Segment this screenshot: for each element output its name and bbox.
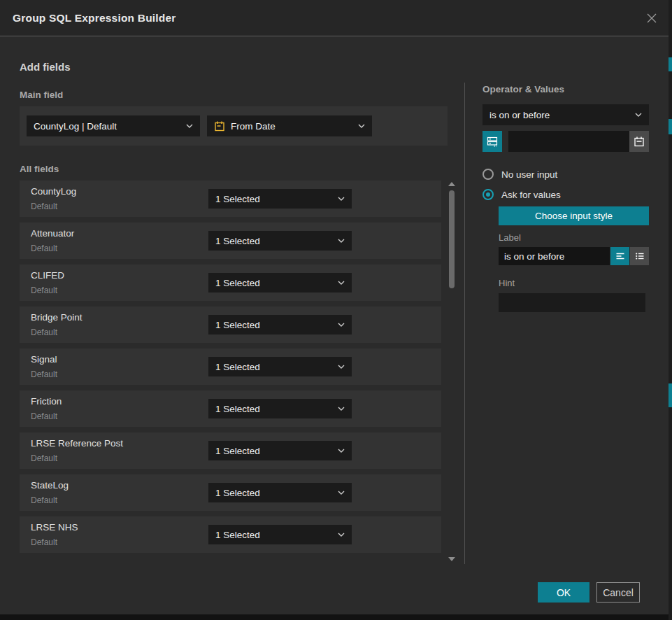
field-name: Bridge Point — [31, 312, 83, 323]
field-row: Signal Default 1 Selected — [20, 348, 441, 385]
main-field-heading: Main field — [20, 90, 63, 100]
field-name: Signal — [31, 354, 57, 365]
field-sublabel: Default — [31, 202, 57, 211]
chevron-down-icon — [338, 197, 345, 201]
scroll-up-arrow-icon[interactable] — [448, 182, 455, 186]
field-sublabel: Default — [31, 369, 57, 379]
chevron-down-icon — [338, 533, 345, 537]
dialog-titlebar: Group SQL Expression Builder — [0, 0, 669, 36]
label-input[interactable]: is on or before — [499, 247, 610, 265]
hint-heading: Hint — [499, 278, 649, 288]
scrollbar-thumb[interactable] — [449, 190, 455, 288]
label-row: is on or before — [499, 247, 649, 265]
field-name: LRSE Reference Post — [31, 438, 123, 449]
selected-count-value: 1 Selected — [215, 194, 332, 204]
chevron-down-icon — [338, 449, 345, 453]
selected-count-value: 1 Selected — [215, 278, 332, 288]
field-row: CLIFED Default 1 Selected — [20, 265, 441, 301]
selected-count-dropdown[interactable]: 1 Selected — [208, 483, 352, 502]
field-row: LRSE NHS Default 1 Selected — [20, 516, 441, 553]
selected-count-value: 1 Selected — [215, 320, 332, 330]
radio-unselected-icon[interactable] — [482, 169, 494, 180]
chevron-down-icon — [338, 407, 345, 411]
vertical-divider — [464, 83, 465, 564]
chevron-down-icon — [338, 323, 345, 327]
no-user-input-option[interactable]: No user input — [482, 169, 649, 180]
selected-count-value: 1 Selected — [215, 530, 332, 540]
selected-count-value: 1 Selected — [215, 362, 332, 372]
operator-dropdown-value: is on or before — [489, 110, 629, 120]
field-sublabel: Default — [31, 327, 57, 337]
operator-values-heading: Operator & Values — [482, 84, 649, 94]
operator-dropdown[interactable]: is on or before — [482, 104, 649, 125]
operator-values-panel: Operator & Values is on or before — [482, 84, 649, 312]
cancel-button[interactable]: Cancel — [596, 582, 640, 603]
ask-for-values-block: Choose input style Label is on or before — [499, 206, 649, 312]
edge-accent-fragment — [669, 119, 672, 134]
field-name: Friction — [31, 396, 62, 407]
ask-for-values-option[interactable]: Ask for values — [482, 189, 649, 200]
selected-count-dropdown[interactable]: 1 Selected — [208, 441, 352, 460]
selected-count-dropdown[interactable]: 1 Selected — [208, 525, 352, 544]
selected-count-dropdown[interactable]: 1 Selected — [208, 231, 352, 251]
field-name: StateLog — [31, 480, 69, 491]
ok-button[interactable]: OK — [538, 582, 589, 603]
bulleted-list-style-button[interactable] — [630, 247, 649, 265]
field-row: Bridge Point Default 1 Selected — [20, 307, 441, 343]
selected-count-dropdown[interactable]: 1 Selected — [208, 273, 352, 293]
chevron-down-icon — [358, 124, 365, 128]
calendar-picker-button[interactable] — [629, 131, 649, 152]
close-icon — [646, 13, 657, 24]
field-sublabel: Default — [31, 244, 57, 253]
list-scrollbar[interactable] — [448, 179, 456, 563]
selected-count-value: 1 Selected — [215, 404, 332, 414]
choose-input-style-button[interactable]: Choose input style — [499, 206, 649, 225]
all-fields-heading: All fields — [20, 164, 59, 174]
field-row: CountyLog Default 1 Selected — [20, 181, 441, 217]
value-input[interactable] — [508, 131, 629, 152]
chevron-down-icon — [635, 113, 642, 117]
field-name: CLIFED — [31, 270, 64, 281]
calendar-icon — [634, 136, 645, 147]
edge-accent-fragment — [669, 57, 672, 71]
field-row: StateLog Default 1 Selected — [20, 474, 441, 511]
field-sublabel: Default — [31, 286, 57, 295]
label-input-text: is on or before — [504, 251, 564, 262]
field-sublabel: Default — [31, 495, 57, 505]
selected-count-value: 1 Selected — [215, 236, 332, 246]
hint-input[interactable] — [499, 293, 645, 312]
chevron-down-icon — [338, 365, 345, 369]
dataset-dropdown-value: CountyLog | Default — [34, 121, 180, 132]
field-row: Attenuator Default 1 Selected — [20, 223, 441, 259]
no-user-input-label: No user input — [501, 169, 557, 180]
dataset-dropdown[interactable]: CountyLog | Default — [27, 115, 200, 136]
selected-count-dropdown[interactable]: 1 Selected — [208, 315, 352, 334]
radio-selected-icon[interactable] — [482, 189, 494, 200]
field-name: Attenuator — [31, 228, 74, 239]
field-name: CountyLog — [31, 186, 76, 197]
field-sublabel: Default — [31, 453, 57, 463]
label-heading: Label — [499, 232, 649, 243]
group-sql-expression-builder-dialog: Group SQL Expression Builder Add fields … — [0, 0, 669, 614]
background-app-edge — [669, 0, 672, 620]
field-name: LRSE NHS — [31, 522, 78, 533]
chevron-down-icon — [186, 124, 193, 128]
align-left-style-button[interactable] — [610, 247, 629, 265]
chevron-down-icon — [338, 281, 345, 285]
value-entry-row — [482, 131, 649, 152]
main-field-panel: CountyLog | Default From Date — [20, 106, 448, 146]
main-field-dropdown[interactable]: From Date — [207, 115, 372, 136]
field-row: Friction Default 1 Selected — [20, 390, 441, 427]
selected-count-dropdown[interactable]: 1 Selected — [208, 399, 352, 418]
chevron-down-icon — [338, 491, 345, 495]
chevron-down-icon — [338, 239, 345, 243]
add-fields-heading: Add fields — [20, 61, 71, 73]
main-field-dropdown-value: From Date — [231, 121, 352, 132]
calendar-date-icon — [214, 120, 225, 132]
selected-count-dropdown[interactable]: 1 Selected — [208, 189, 352, 209]
selected-count-dropdown[interactable]: 1 Selected — [208, 357, 352, 376]
unique-values-list-button[interactable] — [482, 131, 502, 152]
selected-count-value: 1 Selected — [215, 446, 332, 456]
close-button[interactable] — [643, 10, 660, 27]
scroll-down-arrow-icon[interactable] — [448, 557, 455, 561]
